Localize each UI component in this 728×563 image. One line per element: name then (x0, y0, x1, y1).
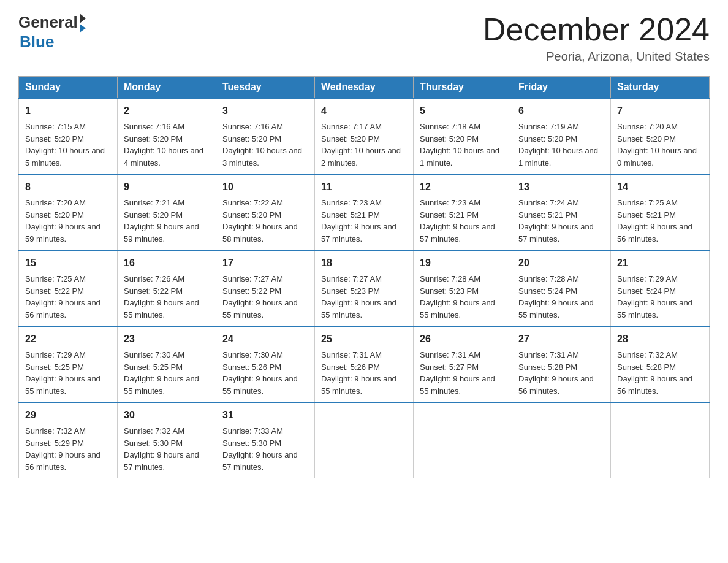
day-number: 1 (25, 104, 111, 118)
sunset-label: Sunset: 5:22 PM (25, 286, 84, 296)
day-number: 6 (518, 104, 604, 118)
calendar-cell: 21 Sunrise: 7:29 AM Sunset: 5:24 PM Dayl… (611, 250, 710, 326)
logo-text-general: General (18, 13, 78, 32)
day-number: 28 (617, 332, 703, 347)
daylight-label: Daylight: 9 hours and 56 minutes. (617, 374, 692, 396)
daylight-label: Daylight: 10 hours and 0 minutes. (617, 146, 697, 167)
sunrise-label: Sunrise: 7:29 AM (617, 274, 678, 283)
calendar-cell: 26 Sunrise: 7:31 AM Sunset: 5:27 PM Dayl… (414, 326, 512, 402)
header-wednesday: Wednesday (315, 77, 414, 99)
calendar-cell: 1 Sunrise: 7:15 AM Sunset: 5:20 PM Dayli… (19, 98, 118, 174)
daylight-label: Daylight: 9 hours and 55 minutes. (222, 298, 298, 320)
day-number: 16 (124, 256, 210, 270)
day-number: 22 (25, 332, 111, 347)
calendar-cell: 14 Sunrise: 7:25 AM Sunset: 5:21 PM Dayl… (611, 174, 710, 250)
sunrise-label: Sunrise: 7:30 AM (124, 350, 184, 359)
sunset-label: Sunset: 5:28 PM (617, 362, 676, 372)
sunrise-label: Sunrise: 7:32 AM (25, 426, 86, 435)
daylight-label: Daylight: 9 hours and 55 minutes. (518, 298, 594, 320)
sunrise-label: Sunrise: 7:28 AM (420, 274, 480, 283)
header-tuesday: Tuesday (216, 77, 315, 99)
header-monday: Monday (118, 77, 216, 99)
sunset-label: Sunset: 5:21 PM (321, 210, 380, 220)
day-number: 26 (420, 332, 506, 347)
daylight-label: Daylight: 10 hours and 1 minute. (420, 146, 499, 167)
daylight-label: Daylight: 9 hours and 57 minutes. (420, 222, 495, 243)
sunset-label: Sunset: 5:27 PM (420, 362, 479, 372)
sunset-label: Sunset: 5:20 PM (420, 134, 479, 144)
daylight-label: Daylight: 9 hours and 55 minutes. (420, 374, 495, 396)
sunrise-label: Sunrise: 7:16 AM (222, 122, 283, 131)
calendar-cell (315, 402, 414, 478)
calendar-week-4: 22 Sunrise: 7:29 AM Sunset: 5:25 PM Dayl… (19, 326, 710, 402)
sunrise-label: Sunrise: 7:31 AM (518, 350, 579, 359)
calendar-cell: 2 Sunrise: 7:16 AM Sunset: 5:20 PM Dayli… (118, 98, 216, 174)
calendar-cell: 7 Sunrise: 7:20 AM Sunset: 5:20 PM Dayli… (611, 98, 710, 174)
sunset-label: Sunset: 5:20 PM (25, 210, 84, 220)
daylight-label: Daylight: 9 hours and 55 minutes. (321, 374, 396, 396)
calendar-cell: 19 Sunrise: 7:28 AM Sunset: 5:23 PM Dayl… (414, 250, 512, 326)
calendar-cell: 23 Sunrise: 7:30 AM Sunset: 5:25 PM Dayl… (118, 326, 216, 402)
daylight-label: Daylight: 9 hours and 57 minutes. (321, 222, 396, 243)
sunset-label: Sunset: 5:30 PM (222, 439, 281, 448)
daylight-label: Daylight: 9 hours and 56 minutes. (617, 222, 692, 243)
sunrise-label: Sunrise: 7:24 AM (518, 198, 579, 207)
daylight-label: Daylight: 10 hours and 3 minutes. (222, 146, 302, 167)
page-title: December 2024 (483, 12, 710, 47)
daylight-label: Daylight: 9 hours and 55 minutes. (321, 298, 396, 320)
sunset-label: Sunset: 5:21 PM (518, 210, 577, 220)
sunset-label: Sunset: 5:20 PM (518, 134, 577, 144)
calendar-cell: 15 Sunrise: 7:25 AM Sunset: 5:22 PM Dayl… (19, 250, 118, 326)
sunset-label: Sunset: 5:24 PM (617, 286, 676, 296)
sunset-label: Sunset: 5:26 PM (321, 362, 380, 372)
day-number: 7 (617, 104, 703, 118)
daylight-label: Daylight: 9 hours and 55 minutes. (124, 298, 199, 320)
day-number: 23 (124, 332, 210, 347)
calendar-table: SundayMondayTuesdayWednesdayThursdayFrid… (18, 76, 710, 478)
daylight-label: Daylight: 9 hours and 57 minutes. (124, 450, 199, 472)
calendar-cell: 30 Sunrise: 7:32 AM Sunset: 5:30 PM Dayl… (118, 402, 216, 478)
sunrise-label: Sunrise: 7:30 AM (222, 350, 283, 359)
daylight-label: Daylight: 10 hours and 1 minute. (518, 146, 598, 167)
daylight-label: Daylight: 9 hours and 57 minutes. (222, 450, 298, 472)
logo: General Blue (18, 12, 86, 52)
calendar-cell (611, 402, 710, 478)
calendar-cell: 9 Sunrise: 7:21 AM Sunset: 5:20 PM Dayli… (118, 174, 216, 250)
day-number: 24 (222, 332, 308, 347)
daylight-label: Daylight: 9 hours and 55 minutes. (124, 374, 199, 396)
day-number: 29 (25, 408, 111, 423)
sunset-label: Sunset: 5:20 PM (321, 134, 380, 144)
daylight-label: Daylight: 10 hours and 4 minutes. (124, 146, 203, 167)
sunset-label: Sunset: 5:29 PM (25, 439, 84, 448)
header-friday: Friday (512, 77, 611, 99)
calendar-cell: 16 Sunrise: 7:26 AM Sunset: 5:22 PM Dayl… (118, 250, 216, 326)
daylight-label: Daylight: 9 hours and 59 minutes. (25, 222, 100, 243)
daylight-label: Daylight: 9 hours and 59 minutes. (124, 222, 199, 243)
calendar-header-row: SundayMondayTuesdayWednesdayThursdayFrid… (19, 77, 710, 99)
calendar-cell (414, 402, 512, 478)
calendar-cell: 18 Sunrise: 7:27 AM Sunset: 5:23 PM Dayl… (315, 250, 414, 326)
calendar-week-2: 8 Sunrise: 7:20 AM Sunset: 5:20 PM Dayli… (19, 174, 710, 250)
sunrise-label: Sunrise: 7:27 AM (321, 274, 382, 283)
header-saturday: Saturday (611, 77, 710, 99)
daylight-label: Daylight: 10 hours and 2 minutes. (321, 146, 401, 167)
sunrise-label: Sunrise: 7:25 AM (617, 198, 678, 207)
day-number: 30 (124, 408, 210, 423)
calendar-week-3: 15 Sunrise: 7:25 AM Sunset: 5:22 PM Dayl… (19, 250, 710, 326)
daylight-label: Daylight: 9 hours and 56 minutes. (25, 298, 100, 320)
calendar-cell: 6 Sunrise: 7:19 AM Sunset: 5:20 PM Dayli… (512, 98, 611, 174)
sunset-label: Sunset: 5:20 PM (222, 134, 281, 144)
day-number: 14 (617, 180, 703, 194)
sunset-label: Sunset: 5:22 PM (222, 286, 281, 296)
sunrise-label: Sunrise: 7:21 AM (124, 198, 184, 207)
day-number: 12 (420, 180, 506, 194)
day-number: 27 (518, 332, 604, 347)
calendar-cell: 3 Sunrise: 7:16 AM Sunset: 5:20 PM Dayli… (216, 98, 315, 174)
daylight-label: Daylight: 9 hours and 55 minutes. (420, 298, 495, 320)
sunset-label: Sunset: 5:20 PM (25, 134, 84, 144)
calendar-cell: 29 Sunrise: 7:32 AM Sunset: 5:29 PM Dayl… (19, 402, 118, 478)
calendar-cell: 27 Sunrise: 7:31 AM Sunset: 5:28 PM Dayl… (512, 326, 611, 402)
calendar-cell: 5 Sunrise: 7:18 AM Sunset: 5:20 PM Dayli… (414, 98, 512, 174)
day-number: 21 (617, 256, 703, 270)
sunset-label: Sunset: 5:25 PM (124, 362, 183, 372)
